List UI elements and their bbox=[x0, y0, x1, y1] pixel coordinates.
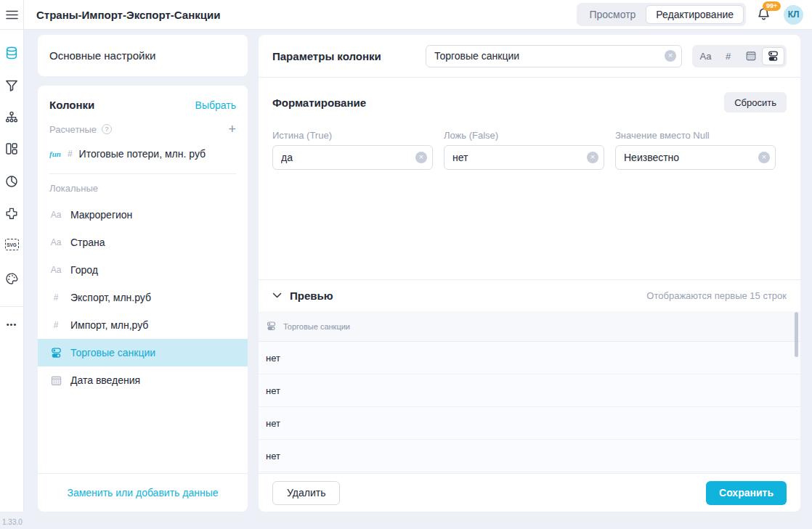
database-icon bbox=[4, 46, 19, 60]
rail-divider bbox=[0, 306, 23, 307]
column-item-date[interactable]: Дата введения bbox=[38, 366, 248, 394]
column-item-label: Страна bbox=[70, 237, 105, 248]
column-item-macroregion[interactable]: Aa Макрорегион bbox=[38, 201, 248, 229]
column-item-label: Итоговые потери, млн. руб bbox=[79, 148, 206, 160]
sidebar-item-relations[interactable] bbox=[0, 110, 23, 125]
text-type-icon: Aa bbox=[49, 265, 62, 275]
null-value-input[interactable] bbox=[615, 145, 776, 170]
number-type-icon: # bbox=[68, 149, 73, 159]
view-mode-button[interactable]: Просмотр bbox=[579, 5, 646, 24]
clear-false-value-icon[interactable]: × bbox=[587, 152, 598, 163]
avatar[interactable]: КЛ bbox=[784, 5, 803, 25]
preview-rows-note: Отображаются первые 15 строк bbox=[646, 290, 787, 301]
panel-title: Параметры колонки bbox=[272, 50, 381, 62]
delete-button[interactable]: Удалить bbox=[272, 481, 340, 505]
collapse-preview-button[interactable] bbox=[272, 292, 282, 299]
help-icon[interactable]: ? bbox=[102, 124, 112, 134]
svg-icon: SVG bbox=[5, 239, 19, 250]
column-item-trade-sanctions[interactable]: Торговые санкции bbox=[38, 339, 248, 366]
false-field-group: Ложь (False) × bbox=[444, 130, 604, 170]
notification-badge: 99+ bbox=[763, 1, 781, 11]
local-columns-label: Локальные bbox=[38, 181, 248, 201]
calculated-label: Расчетные bbox=[49, 124, 97, 135]
column-item-country[interactable]: Aa Страна bbox=[38, 229, 248, 256]
topbar: Страны-Импорт-Экспорт-Санкции Просмотр Р… bbox=[0, 0, 812, 30]
type-option-boolean[interactable] bbox=[762, 47, 784, 65]
boolean-type-icon bbox=[266, 321, 277, 332]
hamburger-menu-button[interactable] bbox=[0, 0, 24, 29]
clear-true-value-icon[interactable]: × bbox=[415, 152, 427, 163]
puzzle-icon bbox=[4, 206, 19, 221]
columns-card: Колонки Выбрать Расчетные ? + fun # Итог… bbox=[38, 86, 248, 512]
svg-icon-label: SVG bbox=[7, 242, 17, 247]
general-settings-card[interactable]: Основные настройки bbox=[38, 35, 248, 76]
table-row: нет bbox=[259, 374, 800, 407]
preview-column-header: Торговые санкции bbox=[259, 311, 800, 342]
sidebar-item-dashboards[interactable] bbox=[0, 142, 23, 156]
reset-button[interactable]: Сбросить bbox=[724, 92, 787, 112]
table-row: нет bbox=[259, 440, 800, 472]
pie-chart-icon bbox=[4, 174, 19, 189]
column-item-label: Макрорегион bbox=[70, 209, 132, 221]
columns-title: Колонки bbox=[49, 99, 94, 111]
true-field-group: Истина (True) × bbox=[272, 130, 433, 170]
hamburger-icon bbox=[6, 10, 18, 20]
sidebar-item-svg-assets[interactable]: SVG bbox=[0, 239, 23, 250]
chevron-down-icon bbox=[272, 292, 282, 299]
calendar-icon bbox=[745, 50, 757, 62]
type-option-text[interactable]: Aa bbox=[694, 47, 717, 65]
add-calculated-column-button[interactable]: + bbox=[228, 123, 236, 136]
text-type-icon: Aa bbox=[49, 237, 62, 247]
sidebar-item-plugins[interactable] bbox=[0, 206, 23, 221]
preview-table: Торговые санкции нет нет нет нет bbox=[259, 311, 800, 473]
divider bbox=[49, 173, 236, 174]
false-field-label: Ложь (False) bbox=[444, 130, 604, 141]
boolean-type-icon bbox=[49, 347, 62, 359]
column-type-switch: Aa # bbox=[692, 45, 787, 67]
sidebar-item-charts[interactable] bbox=[0, 174, 23, 189]
clear-column-name-icon[interactable]: × bbox=[665, 50, 676, 62]
function-icon: fun bbox=[49, 149, 61, 158]
type-option-number[interactable]: # bbox=[717, 47, 739, 65]
true-value-input[interactable] bbox=[272, 145, 433, 170]
null-field-group: Значение вместо Null × bbox=[615, 130, 776, 170]
clear-null-value-icon[interactable]: × bbox=[758, 152, 770, 163]
edit-mode-button[interactable]: Редактирование bbox=[646, 5, 744, 24]
sidebar-item-filters[interactable] bbox=[0, 78, 23, 93]
filter-icon bbox=[4, 78, 19, 93]
number-type-icon: # bbox=[49, 320, 62, 330]
column-name-input[interactable] bbox=[426, 45, 682, 67]
sidebar-item-datasets[interactable] bbox=[0, 46, 23, 60]
type-option-date[interactable] bbox=[739, 47, 762, 65]
app-version: 1.33.0 bbox=[2, 518, 23, 526]
column-item-calculated[interactable]: fun # Итоговые потери, млн. руб bbox=[38, 142, 248, 166]
more-options-button[interactable]: ••• bbox=[0, 320, 23, 329]
formatting-section: Форматирование Сбросить Истина (True) × … bbox=[259, 78, 800, 279]
toggle-icon bbox=[767, 50, 779, 62]
column-item-label: Импорт, млн,руб bbox=[70, 319, 148, 331]
preview-section: Превью Отображаются первые 15 строк Торг… bbox=[259, 279, 800, 473]
table-row: нет bbox=[259, 407, 800, 440]
column-item-label: Дата введения bbox=[70, 374, 140, 386]
column-item-label: Торговые санкции bbox=[70, 347, 155, 358]
text-type-icon: Aa bbox=[49, 210, 62, 220]
save-button[interactable]: Сохранить bbox=[706, 481, 787, 505]
palette-icon bbox=[4, 271, 19, 286]
page-title: Страны-Импорт-Экспорт-Санкции bbox=[36, 9, 220, 21]
select-columns-link[interactable]: Выбрать bbox=[195, 99, 236, 111]
column-item-export[interactable]: # Экспорт, млн.руб bbox=[38, 284, 248, 311]
hierarchy-icon bbox=[4, 110, 19, 125]
notifications-button[interactable]: 99+ bbox=[756, 6, 774, 23]
number-type-icon: # bbox=[49, 292, 62, 303]
ellipsis-icon: ••• bbox=[7, 320, 17, 329]
preview-scrollbar[interactable] bbox=[795, 312, 798, 357]
column-item-city[interactable]: Aa Город bbox=[38, 256, 248, 284]
column-item-import[interactable]: # Импорт, млн,руб bbox=[38, 311, 248, 339]
layout-icon bbox=[4, 142, 19, 156]
icon-rail: SVG ••• bbox=[0, 30, 24, 512]
sidebar-item-theme[interactable] bbox=[0, 271, 23, 286]
replace-or-add-data-link[interactable]: Заменить или добавить данные bbox=[67, 487, 218, 499]
false-value-input[interactable] bbox=[444, 145, 604, 170]
general-settings-label: Основные настройки bbox=[49, 49, 155, 62]
table-row: нет bbox=[259, 342, 800, 374]
